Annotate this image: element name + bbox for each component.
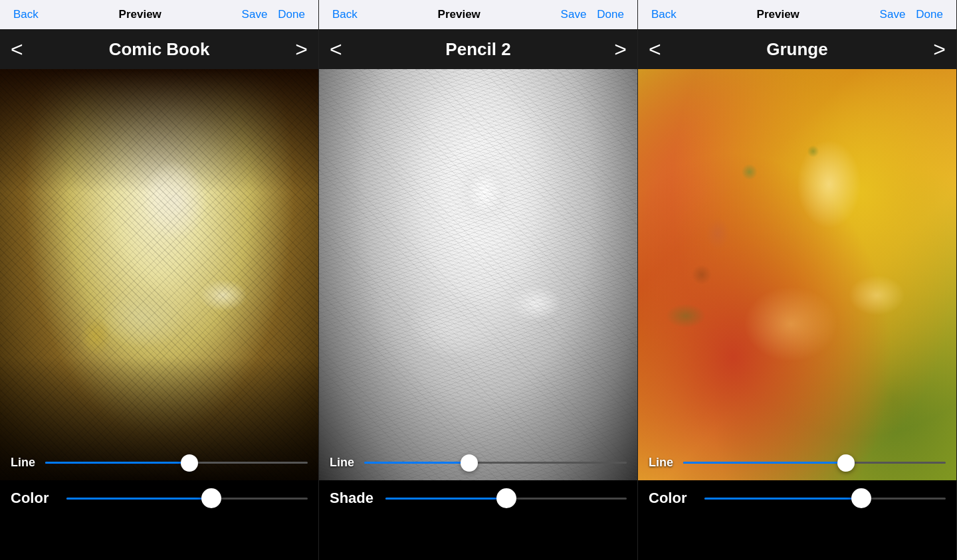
next-filter-button-1[interactable]: > <box>295 39 308 60</box>
image-area-2: Line <box>319 69 637 480</box>
color-label-1: Color <box>11 490 57 507</box>
back-button-2[interactable]: Back <box>330 8 360 21</box>
filter-bar-1: < Comic Book > <box>0 29 318 69</box>
line-slider-thumb-1[interactable] <box>181 454 198 472</box>
filter-bar-2: < Pencil 2 > <box>319 29 637 69</box>
prev-filter-button-3[interactable]: < <box>649 39 661 60</box>
color-slider-row-1: Color <box>11 490 308 507</box>
color-slider-track-3[interactable] <box>704 498 946 500</box>
next-filter-button-3[interactable]: > <box>933 39 946 60</box>
shade-slider-fill-2 <box>385 498 506 500</box>
nav-bar-1: Back Preview Save Done <box>0 0 318 29</box>
color-slider-thumb-1[interactable] <box>201 488 221 508</box>
nav-right-2: Save Done <box>558 8 627 21</box>
image-area-1: Line <box>0 69 318 480</box>
save-button-2[interactable]: Save <box>558 8 589 21</box>
shade-label-2: Shade <box>330 490 376 507</box>
next-filter-button-2[interactable]: > <box>614 39 627 60</box>
line-slider-row-1: Line <box>0 452 318 474</box>
nav-bar-3: Back Preview Save Done <box>638 0 956 29</box>
line-slider-fill-3 <box>683 462 846 464</box>
line-slider-track-2[interactable] <box>364 462 627 464</box>
done-button-3[interactable]: Done <box>913 8 946 21</box>
filter-name-2: Pencil 2 <box>445 39 510 60</box>
line-slider-thumb-2[interactable] <box>461 454 478 472</box>
shade-slider-thumb-2[interactable] <box>496 488 516 508</box>
bottom-controls-2: Shade <box>319 480 637 560</box>
filter-preview-2 <box>319 69 637 480</box>
filter-name-3: Grunge <box>766 39 827 60</box>
line-slider-row-2: Line <box>319 452 637 474</box>
nav-left-3: Back <box>649 8 679 21</box>
shade-slider-row-2: Shade <box>330 490 627 507</box>
color-slider-row-3: Color <box>649 490 946 507</box>
line-label-3: Line <box>649 456 675 470</box>
filter-preview-1 <box>0 69 318 480</box>
done-button-1[interactable]: Done <box>275 8 308 21</box>
color-slider-track-1[interactable] <box>66 498 308 500</box>
filter-preview-3 <box>638 69 956 480</box>
nav-left-2: Back <box>330 8 360 21</box>
save-button-3[interactable]: Save <box>877 8 908 21</box>
nav-left-1: Back <box>11 8 41 21</box>
nav-title-2: Preview <box>438 8 480 21</box>
image-area-3: Line <box>638 69 956 480</box>
prev-filter-button-2[interactable]: < <box>330 39 342 60</box>
line-slider-fill-2 <box>364 462 469 464</box>
filter-name-1: Comic Book <box>109 39 210 60</box>
prev-filter-button-1[interactable]: < <box>11 39 23 60</box>
nav-title-1: Preview <box>119 8 161 21</box>
panel-pencil-2: Back Preview Save Done < Pencil 2 > Line… <box>319 0 638 560</box>
line-slider-fill-1 <box>45 462 189 464</box>
bottom-controls-3: Color <box>638 480 956 560</box>
line-slider-track-1[interactable] <box>45 462 308 464</box>
line-label-1: Line <box>11 456 37 470</box>
shade-slider-track-2[interactable] <box>385 498 627 500</box>
color-slider-fill-1 <box>66 498 211 500</box>
save-button-1[interactable]: Save <box>239 8 270 21</box>
filter-bar-3: < Grunge > <box>638 29 956 69</box>
done-button-2[interactable]: Done <box>594 8 627 21</box>
line-slider-row-3: Line <box>638 452 956 474</box>
panel-grunge: Back Preview Save Done < Grunge > Line C… <box>638 0 957 560</box>
color-label-3: Color <box>649 490 695 507</box>
line-slider-track-3[interactable] <box>683 462 946 464</box>
nav-title-3: Preview <box>757 8 799 21</box>
line-label-2: Line <box>330 456 356 470</box>
back-button-3[interactable]: Back <box>649 8 679 21</box>
bottom-controls-1: Color <box>0 480 318 560</box>
nav-bar-2: Back Preview Save Done <box>319 0 637 29</box>
nav-right-3: Save Done <box>877 8 946 21</box>
color-slider-fill-3 <box>704 498 861 500</box>
back-button-1[interactable]: Back <box>11 8 41 21</box>
color-slider-thumb-3[interactable] <box>851 488 871 508</box>
line-slider-thumb-3[interactable] <box>837 454 855 472</box>
nav-right-1: Save Done <box>239 8 308 21</box>
panel-comic-book: Back Preview Save Done < Comic Book > Li… <box>0 0 319 560</box>
